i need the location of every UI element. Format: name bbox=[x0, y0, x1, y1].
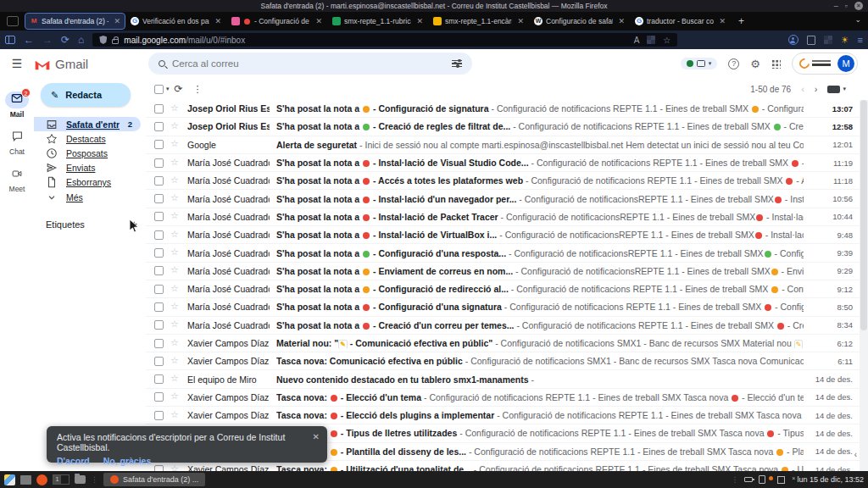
account-pill[interactable]: M bbox=[792, 53, 858, 75]
row-checkbox[interactable] bbox=[154, 122, 164, 131]
workspace-pager[interactable]: 1 bbox=[53, 474, 70, 485]
email-row[interactable]: ☆María José Cuadrado.S'ha posat la nota … bbox=[146, 208, 860, 226]
main-menu-icon[interactable]: ☰ bbox=[0, 57, 34, 70]
search-input[interactable] bbox=[172, 58, 445, 69]
toast-decline-button[interactable]: No, gràcies bbox=[103, 456, 152, 466]
email-row[interactable]: ☆Xavier Campos Díaz .Tasca nova: Comunic… bbox=[146, 352, 860, 370]
row-checkbox[interactable] bbox=[154, 230, 164, 240]
reload-button[interactable]: ⟳ bbox=[61, 32, 70, 47]
row-star-icon[interactable]: ☆ bbox=[170, 391, 181, 402]
row-star-icon[interactable]: ☆ bbox=[170, 157, 181, 168]
applications-menu-icon[interactable] bbox=[4, 474, 15, 485]
email-row[interactable]: ☆Josep Oriol Rius Es.S'ha posat la nota … bbox=[146, 100, 860, 118]
sidebar-item-destacats[interactable]: Destacats bbox=[34, 131, 141, 146]
tab-close-icon[interactable]: ✕ bbox=[213, 17, 221, 25]
email-row[interactable]: ☆María José Cuadrado.S'ha posat la nota … bbox=[146, 154, 860, 172]
gmail-logo[interactable]: Gmail bbox=[34, 57, 140, 71]
rail-item-meet[interactable]: Meet bbox=[5, 166, 29, 193]
browser-tab[interactable]: MSafata d'entrada (2) - marti..✕ bbox=[25, 14, 125, 29]
row-star-icon[interactable]: ☆ bbox=[170, 229, 181, 240]
clipboard-icon[interactable] bbox=[759, 475, 765, 484]
email-row[interactable]: ☆GoogleAlerta de seguretat - Inici de se… bbox=[146, 136, 860, 154]
row-checkbox[interactable] bbox=[154, 248, 164, 258]
avatar[interactable]: M bbox=[837, 55, 854, 72]
browser-tab[interactable]: GVerificació en dos passos Pe✕ bbox=[126, 14, 225, 29]
url-bar[interactable]: mail.google.com/mail/u/0/#inbox A ☆ bbox=[92, 33, 677, 47]
rail-item-mail[interactable]: 2Mail bbox=[5, 92, 29, 119]
row-star-icon[interactable]: ☆ bbox=[170, 210, 181, 221]
row-checkbox[interactable] bbox=[154, 339, 164, 348]
sidebar-item-enviats[interactable]: Enviats bbox=[34, 161, 141, 175]
extension-page-icon[interactable] bbox=[807, 36, 815, 45]
email-row[interactable]: ☆María José Cuadrado.S'ha posat la nota … bbox=[146, 317, 860, 335]
select-dropdown-icon[interactable]: ▾ bbox=[166, 86, 170, 92]
row-star-icon[interactable]: ☆ bbox=[170, 283, 181, 294]
extensions-icon[interactable] bbox=[824, 36, 832, 44]
translate-icon[interactable]: A bbox=[634, 36, 640, 45]
email-row[interactable]: ☆María José Cuadrado.S'ha posat la nota … bbox=[146, 244, 860, 262]
email-row[interactable]: ☆María José Cuadrado.S'ha posat la nota … bbox=[146, 190, 860, 208]
email-row[interactable]: ☆El equipo de MiroNuevo contenido destac… bbox=[146, 370, 860, 388]
extension-grid-icon[interactable] bbox=[647, 36, 655, 44]
tab-close-icon[interactable]: ✕ bbox=[515, 17, 524, 25]
search-bar[interactable] bbox=[148, 53, 472, 75]
home-button[interactable]: ⌂ bbox=[78, 32, 84, 47]
older-page-icon[interactable]: › bbox=[815, 84, 818, 94]
compose-button[interactable]: ✎ Redacta bbox=[41, 83, 131, 107]
row-checkbox[interactable] bbox=[154, 266, 164, 275]
row-star-icon[interactable]: ☆ bbox=[170, 355, 181, 366]
sidebar-item-esborranys[interactable]: Esborranys bbox=[34, 175, 141, 190]
file-manager-icon[interactable] bbox=[75, 475, 86, 484]
sidebar-item-safata-d-entrada[interactable]: Safata d'entrada2 bbox=[34, 117, 141, 131]
maximize-button[interactable]: ▫ bbox=[845, 1, 848, 11]
terminal-launcher-icon[interactable] bbox=[20, 475, 31, 485]
row-checkbox[interactable] bbox=[154, 357, 164, 366]
tab-close-icon[interactable]: ✕ bbox=[314, 17, 322, 25]
row-star-icon[interactable]: ☆ bbox=[170, 264, 181, 275]
sidebar-item-posposats[interactable]: Posposats bbox=[34, 146, 141, 160]
email-row[interactable]: ☆María José Cuadrado.S'ha posat la nota … bbox=[146, 172, 860, 190]
row-star-icon[interactable]: ☆ bbox=[170, 192, 181, 203]
search-options-icon[interactable] bbox=[452, 60, 462, 67]
tracking-shield-icon[interactable] bbox=[99, 36, 107, 44]
row-checkbox[interactable] bbox=[154, 140, 164, 149]
newer-page-icon[interactable]: ‹ bbox=[801, 84, 804, 94]
email-row[interactable]: ☆María José Cuadrado.S'ha posat la nota … bbox=[146, 280, 860, 298]
row-star-icon[interactable]: ☆ bbox=[170, 301, 181, 312]
chevron-down-icon[interactable]: ▾ bbox=[843, 86, 846, 92]
row-star-icon[interactable]: ☆ bbox=[170, 138, 181, 149]
row-star-icon[interactable]: ☆ bbox=[170, 175, 181, 186]
input-method-icon[interactable] bbox=[827, 86, 840, 93]
row-checkbox[interactable] bbox=[154, 285, 164, 294]
app-menu-icon[interactable]: ≡ bbox=[858, 35, 863, 45]
row-checkbox[interactable] bbox=[154, 176, 164, 186]
search-icon[interactable] bbox=[159, 60, 165, 67]
row-star-icon[interactable]: ☆ bbox=[170, 247, 181, 258]
row-star-icon[interactable]: ☆ bbox=[170, 373, 181, 384]
firefox-view-icon[interactable] bbox=[7, 16, 19, 26]
browser-tab[interactable]: smx-repte_1.1-rubrica_tasc✕ bbox=[328, 14, 427, 29]
sidebar-toggle-icon[interactable] bbox=[5, 36, 15, 44]
browser-launcher-icon[interactable] bbox=[36, 474, 47, 485]
toast-close-icon[interactable]: ✕ bbox=[313, 432, 320, 441]
settings-gear-icon[interactable]: ⚙ bbox=[750, 58, 760, 70]
list-scrollbar[interactable] bbox=[860, 100, 868, 471]
browser-tab[interactable]: Gtraductor - Buscar con Goog✕ bbox=[631, 14, 730, 29]
email-row[interactable]: ☆Xavier Campos Díaz .Tasca nova: - Elecc… bbox=[146, 407, 860, 424]
back-button[interactable]: ← bbox=[24, 32, 34, 47]
row-checkbox[interactable] bbox=[154, 212, 164, 221]
email-row[interactable]: ☆María José Cuadrado.S'ha posat la nota … bbox=[146, 226, 860, 244]
browser-tab[interactable]: smx-repte_1.1-encàrrecs-m✕ bbox=[429, 14, 528, 29]
window-tray-icon[interactable] bbox=[777, 476, 785, 484]
task-button[interactable]: Safata d'entrada (2) ... bbox=[103, 473, 205, 486]
row-checkbox[interactable] bbox=[154, 194, 164, 203]
row-checkbox[interactable] bbox=[154, 320, 164, 330]
row-checkbox[interactable] bbox=[154, 302, 164, 312]
row-checkbox[interactable] bbox=[154, 392, 164, 402]
browser-tab[interactable]: - Configuració de la safat✕ bbox=[227, 14, 326, 29]
sidebar-item-m-s[interactable]: Més bbox=[34, 190, 141, 204]
rail-item-chat[interactable]: Chat bbox=[5, 129, 29, 156]
close-button[interactable]: ✕ bbox=[854, 2, 863, 10]
browser-tab[interactable]: WConfiguracio de safata d'ent✕ bbox=[530, 14, 629, 29]
battery-icon[interactable] bbox=[744, 477, 753, 482]
